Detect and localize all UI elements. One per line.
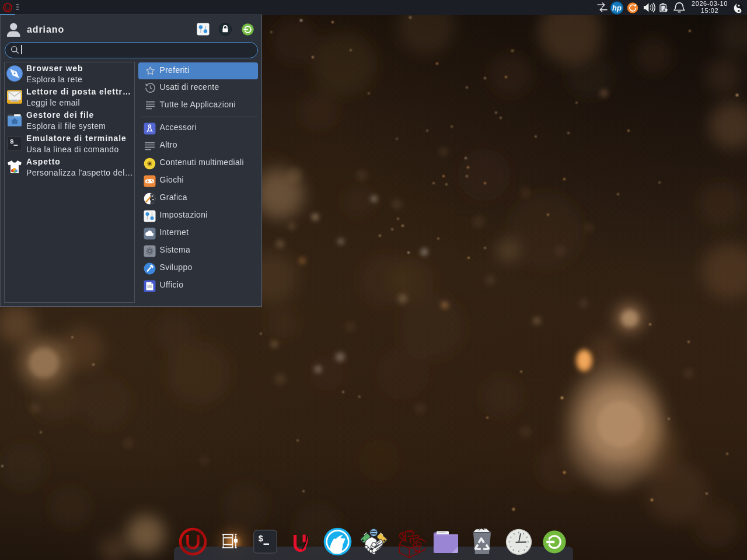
svg-text:hp: hp [612,4,622,12]
svg-text:$: $ [259,534,264,544]
svg-text:$: $ [10,138,14,145]
